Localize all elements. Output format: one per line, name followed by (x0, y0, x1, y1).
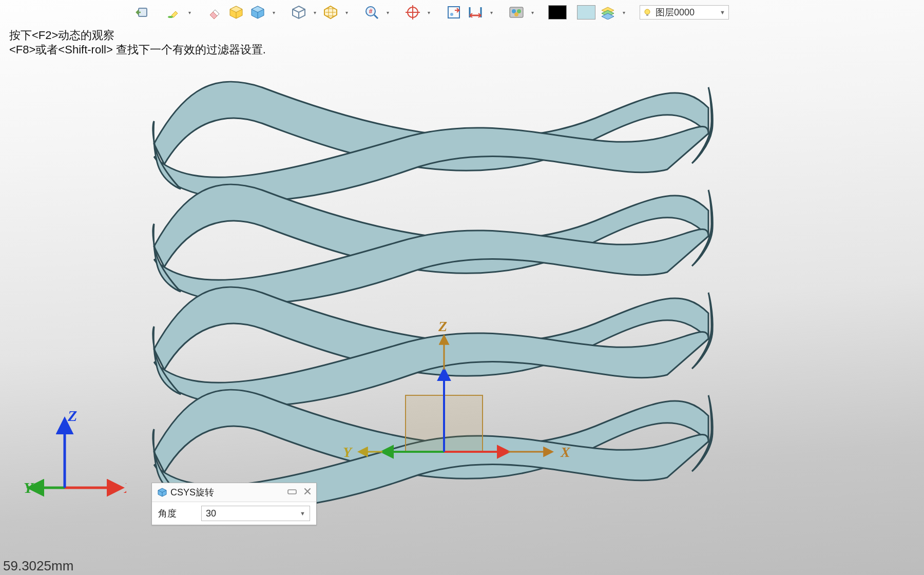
svg-point-24 (514, 12, 518, 16)
crosshair-icon[interactable] (403, 3, 422, 22)
hint-line-1: 按下<F2>动态的观察 (9, 28, 114, 43)
crosshair-dropdown[interactable]: ▾ (425, 3, 432, 22)
assembly-dropdown[interactable]: ▾ (529, 3, 536, 22)
svg-point-25 (645, 9, 650, 14)
angle-value: 30 (206, 508, 216, 519)
svg-rect-26 (646, 14, 648, 16)
hash-lens-icon[interactable]: # (362, 3, 381, 22)
layers-icon[interactable] (599, 3, 617, 22)
svg-point-8 (168, 16, 173, 18)
svg-point-17 (450, 13, 453, 16)
highlight-dropdown[interactable]: ▾ (186, 3, 193, 22)
svg-text:#: # (369, 8, 373, 15)
main-toolbar: ▾ ▾ ▾ ▾ # ▾ ▾ ▾ ▾ ▾ (133, 2, 729, 23)
wcs-z-label: Z (438, 318, 447, 334)
lightbulb-icon (643, 8, 651, 16)
csys-cube-icon (157, 487, 167, 497)
assembly-icon[interactable] (507, 3, 526, 22)
eraser-icon[interactable] (205, 3, 224, 22)
hash-lens-dropdown[interactable]: ▾ (384, 3, 391, 22)
layer-combo-label: 图层0000 (656, 6, 695, 18)
import-icon[interactable] (133, 3, 152, 22)
layer-combo[interactable]: 图层0000 ▼ (640, 5, 729, 20)
layers-dropdown[interactable]: ▾ (620, 3, 627, 22)
csys-dialog-title: CSYS旋转 (170, 486, 214, 499)
angle-combo[interactable]: 30 ▼ (201, 506, 310, 521)
blue-box-dropdown[interactable]: ▾ (270, 3, 277, 22)
hex-mesh-icon[interactable] (321, 3, 340, 22)
blue-box-icon[interactable] (248, 3, 267, 22)
dialog-collapse-icon[interactable] (287, 488, 297, 497)
csys-rotate-dialog[interactable]: CSYS旋转 角度 30 ▼ (151, 483, 317, 525)
hint-line-2: <F8>或者<Shift-roll> 查找下一个有效的过滤器设置. (9, 42, 266, 57)
color-swatch-black[interactable] (548, 5, 567, 20)
dimension-dropdown[interactable]: ▾ (488, 3, 495, 22)
dimension-icon[interactable] (466, 3, 485, 22)
svg-rect-30 (288, 490, 296, 494)
csys-dialog-titlebar[interactable]: CSYS旋转 (152, 483, 316, 502)
angle-label: 角度 (158, 507, 194, 520)
wire-box-dropdown[interactable]: ▾ (311, 3, 318, 22)
highlight-icon[interactable] (164, 3, 183, 22)
wcs-x-label: X (560, 444, 571, 460)
fit-view-icon[interactable] (445, 3, 463, 22)
graphics-viewport[interactable]: X Y Z (0, 0, 924, 575)
shaded-box-icon[interactable] (227, 3, 245, 22)
color-swatch-light[interactable] (577, 5, 595, 20)
wire-box-icon[interactable] (290, 3, 308, 22)
wcs-y-label: Y (343, 444, 353, 460)
status-measurement: 59.3025mm (3, 558, 73, 574)
hex-mesh-dropdown[interactable]: ▾ (343, 3, 350, 22)
dialog-close-icon[interactable] (304, 488, 311, 497)
svg-line-12 (374, 15, 378, 18)
